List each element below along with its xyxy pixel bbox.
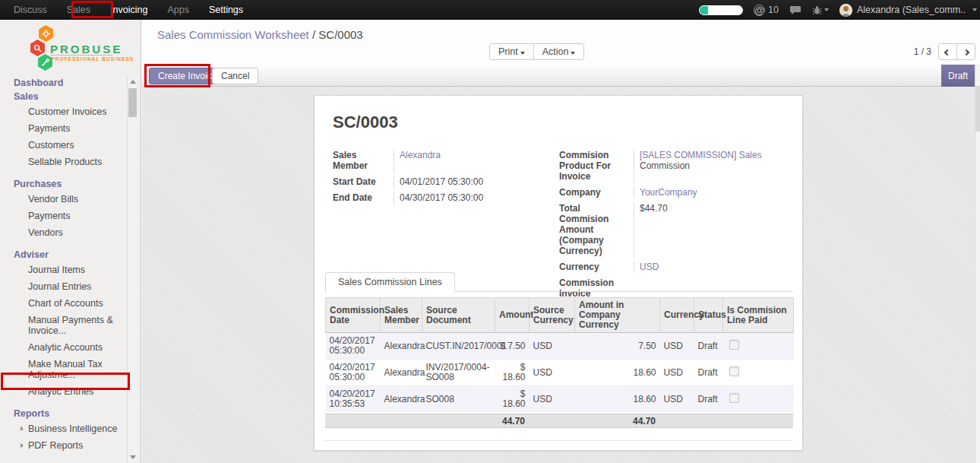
chevron-right-icon xyxy=(963,49,969,55)
sidebar-item-sellable-products[interactable]: Sellable Products xyxy=(0,154,127,170)
sidebar-item-payments[interactable]: Payments xyxy=(0,120,127,137)
action-label: Action xyxy=(542,46,569,57)
probuse-logo: PROBUSE PROFESSIONAL BUSINESS xyxy=(0,20,141,76)
top-navbar: Discuss Sales Invoicing Apps Settings @ … xyxy=(0,0,980,20)
col-header-commission-date[interactable]: Commission Date xyxy=(326,298,381,333)
scroll-up-arrow-icon[interactable] xyxy=(130,80,136,84)
table-row[interactable]: 04/20/2017 05:30:00 Alexandra INV/2017/0… xyxy=(326,360,794,386)
sidebar-item-journal-items[interactable]: Journal Items xyxy=(0,262,127,278)
nav-item-apps[interactable]: Apps xyxy=(167,5,189,15)
currency-link[interactable]: USD xyxy=(640,262,659,272)
sidebar-item-tax-adjustments[interactable]: Make Manual Tax Adjustme... xyxy=(0,356,127,383)
user-menu[interactable]: Alexandra (Sales_comm.. xyxy=(839,4,977,17)
cell-member: Alexandra xyxy=(381,360,422,386)
divider xyxy=(50,55,112,55)
line-paid-checkbox[interactable] xyxy=(729,340,739,350)
sidebar-section-purchases[interactable]: Purchases xyxy=(0,177,127,191)
line-paid-checkbox[interactable] xyxy=(729,393,739,403)
breadcrumb-parent-link[interactable]: Sales Commission Worksheet xyxy=(157,28,309,41)
nav-item-sales[interactable]: Sales xyxy=(67,5,90,15)
pager-next-button[interactable] xyxy=(956,44,975,59)
sidebar-section-dashboard[interactable]: Dashboard xyxy=(0,76,127,90)
scrollbar-thumb[interactable] xyxy=(975,86,980,132)
sidebar-scrollbar[interactable] xyxy=(127,76,138,463)
brand-tagline: PROFESSIONAL BUSINESS xyxy=(51,56,134,62)
commission-product-rest: Commission xyxy=(640,160,762,171)
sidebar-item-vendor-bills[interactable]: Vendor Bills xyxy=(0,191,127,208)
pager-previous-button[interactable] xyxy=(939,44,956,59)
cancel-button[interactable]: Cancel xyxy=(212,68,258,84)
cell-currency: USD xyxy=(660,360,694,386)
nav-item-settings[interactable]: Settings xyxy=(209,5,243,15)
sidebar-item-analytic-entries[interactable]: Analytic Entries xyxy=(0,383,127,400)
sidebar-item-chart-of-accounts[interactable]: Chart of Accounts xyxy=(0,295,127,312)
sidebar-item-customers[interactable]: Customers xyxy=(0,137,127,154)
nav-item-discuss[interactable]: Discuss xyxy=(14,5,47,15)
cell-amount-company: 7.50 xyxy=(575,333,660,360)
table-header-row: Commission Date Sales Member Source Docu… xyxy=(326,298,794,333)
sidebar-item-pdf-reports[interactable]: PDF Reports xyxy=(0,437,127,454)
print-button[interactable]: Print xyxy=(490,44,533,59)
sidebar-section-adviser[interactable]: Adviser xyxy=(0,248,127,262)
sidebar-item-analytic-accounts[interactable]: Analytic Accounts xyxy=(0,339,127,356)
sales-member-link[interactable]: Alexandra xyxy=(400,150,441,160)
sidebar-section-sales[interactable]: Sales xyxy=(0,90,127,103)
cell-amount: $ 7.50 xyxy=(495,333,530,360)
page-scrollbar[interactable] xyxy=(975,65,980,463)
record-title: SC/0003 xyxy=(333,113,398,132)
col-header-line-paid[interactable]: Is Commision Line Paid xyxy=(723,298,794,333)
sidebar-item-manual-payments[interactable]: Manual Payments & Invoice... xyxy=(0,312,127,339)
bug-icon xyxy=(812,5,822,15)
sidebar-item-journal-entries[interactable]: Journal Entries xyxy=(0,278,127,295)
field-label-start-date: Start Date xyxy=(333,176,394,188)
scrollbar-thumb[interactable] xyxy=(128,88,137,117)
gear-icon xyxy=(38,25,54,42)
col-header-source-currency[interactable]: Source Currency xyxy=(530,298,575,333)
cell-doc: SO008 xyxy=(422,386,495,413)
sidebar-item-business-intelligence[interactable]: Business Intelligence xyxy=(0,420,127,437)
table-row[interactable]: 04/20/2017 10:35:53 Alexandra SO008 $ 18… xyxy=(326,386,794,413)
sidebar: PROBUSE PROFESSIONAL BUSINESS Dashboard … xyxy=(0,20,141,463)
debug-menu[interactable] xyxy=(812,5,829,15)
cell-amount: $ 18.60 xyxy=(495,386,530,413)
col-header-amount[interactable]: Amount xyxy=(495,298,530,333)
activity-menu[interactable]: @ 10 xyxy=(754,5,779,16)
cell-currency: USD xyxy=(660,333,694,360)
cell-date: 04/20/2017 10:35:53 xyxy=(326,386,381,413)
start-date-value: 04/01/2017 05:30:00 xyxy=(394,176,483,188)
end-date-value: 04/30/2017 05:30:00 xyxy=(394,192,483,204)
app-menus: Discuss Sales Invoicing Apps Settings xyxy=(0,5,243,15)
pager: 1 / 3 xyxy=(914,43,975,60)
col-header-status[interactable]: Status xyxy=(694,298,723,333)
main-content: SC/0003 Sales Member Alexandra Start Dat… xyxy=(142,87,975,463)
commission-product-link[interactable]: [SALES COMMISSION] Sales xyxy=(640,150,762,160)
tab-sales-commission-lines[interactable]: Sales Commission Lines xyxy=(325,272,455,293)
line-paid-checkbox[interactable] xyxy=(729,366,739,376)
col-header-sales-member[interactable]: Sales Member xyxy=(381,298,422,333)
sidebar-section-reports[interactable]: Reports xyxy=(0,407,127,420)
field-label-company: Company xyxy=(559,186,634,198)
scroll-down-arrow-icon[interactable] xyxy=(130,455,136,459)
cell-date: 04/20/2017 05:30:00 xyxy=(326,360,381,386)
company-link[interactable]: YourCompany xyxy=(640,187,697,198)
sidebar-item-payments-purchase[interactable]: Payments xyxy=(0,208,127,224)
form-statusbar: Create Invoice Cancel Draft xyxy=(142,65,975,87)
col-header-source-document[interactable]: Source Document xyxy=(422,298,495,333)
sidebar-item-customer-invoices[interactable]: Customer Invoices xyxy=(0,103,127,120)
sidebar-menu: Dashboard Sales Customer Invoices Paymen… xyxy=(0,76,127,463)
cell-status: Draft xyxy=(694,360,723,386)
status-badge-draft[interactable]: Draft xyxy=(941,65,975,87)
col-header-amount-company[interactable]: Amount in Company Currency xyxy=(575,298,660,333)
cell-amount-company: 18.60 xyxy=(575,386,660,413)
timer-widget[interactable] xyxy=(699,5,743,15)
col-header-currency[interactable]: Currency xyxy=(660,298,694,333)
expand-arrow-icon xyxy=(21,443,24,448)
table-row[interactable]: 04/20/2017 05:30:00 Alexandra CUST.IN/20… xyxy=(326,333,794,360)
avatar xyxy=(839,4,852,17)
nav-item-invoicing[interactable]: Invoicing xyxy=(110,5,147,15)
action-button[interactable]: Action xyxy=(533,44,584,59)
chevron-down-icon xyxy=(824,8,829,11)
messages-icon[interactable] xyxy=(789,5,801,15)
sidebar-item-vendors[interactable]: Vendors xyxy=(0,224,127,241)
magnifier-icon xyxy=(30,40,46,56)
